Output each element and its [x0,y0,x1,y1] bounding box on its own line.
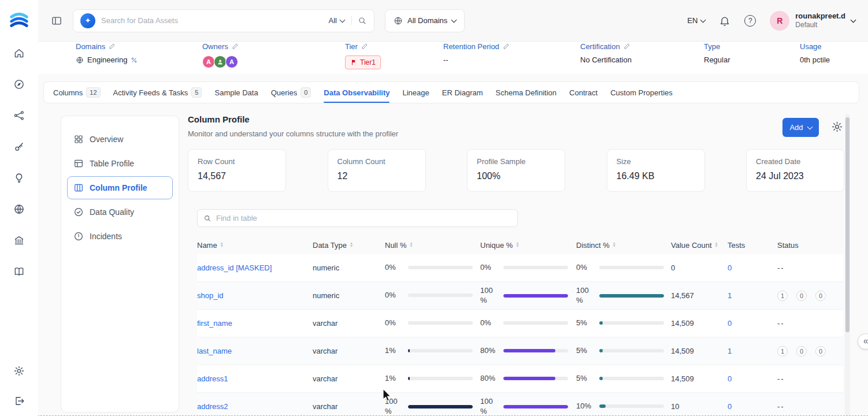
profile-nav-incidents[interactable]: Incidents [67,225,173,248]
value-count-cell: 14,567 [671,291,728,300]
tab-columns[interactable]: Columns12 [53,82,101,103]
logout-icon[interactable] [13,395,25,407]
tests-link[interactable]: 0 [728,374,732,383]
column-header-data-type[interactable]: Data Type▴▾ [313,241,385,250]
language-dropdown[interactable]: EN [687,16,705,25]
table-row[interactable]: first_namevarchar0%0%5%14,5090-- [197,310,843,337]
type-value: Regular [704,55,730,64]
sort-icon[interactable]: ▴▾ [350,242,353,248]
sort-icon[interactable]: ▴▾ [715,242,718,248]
tests-cell: 1 [728,291,777,300]
help-icon[interactable]: ? [744,15,756,27]
profile-nav-column-profile[interactable]: Column Profile [67,176,173,199]
metric-bar-fill [408,377,410,380]
column-header-distinct[interactable]: Distinct %▴▾ [576,241,671,250]
sort-icon[interactable]: ▴▾ [410,242,413,248]
edit-owners-icon[interactable] [232,43,239,50]
owner-avatar-photo[interactable] [214,55,227,68]
sort-icon[interactable]: ▴▾ [221,242,223,248]
metric-bar-fill [503,294,568,298]
services-icon[interactable] [13,141,25,153]
lineage-icon[interactable] [13,110,25,121]
distinct-percent-cell: 5% [576,318,671,328]
tests-link[interactable]: 1 [728,347,732,355]
domains-value[interactable]: Engineering [87,55,127,64]
sort-icon[interactable]: ▴▾ [613,242,615,248]
settings-icon[interactable] [13,365,25,377]
profile-nav-overview[interactable]: Overview [67,128,173,151]
tab-er-diagram[interactable]: ER Diagram [442,82,483,103]
status-empty: -- [777,374,785,383]
status-badge: 0 [815,291,826,301]
column-header-value-count[interactable]: Value Count▴▾ [671,241,728,250]
search-scope-dropdown[interactable]: All [329,16,352,25]
observability-icon[interactable] [13,172,25,184]
profiler-settings-icon[interactable] [831,121,843,133]
vertical-scrollbar-thumb[interactable] [845,117,850,332]
domains-icon[interactable] [13,203,25,215]
tab-sample-data[interactable]: Sample Data [214,82,258,103]
explore-icon[interactable] [13,79,25,90]
owner-avatar[interactable]: A [225,55,238,68]
column-header-unique[interactable]: Unique %▴▾ [480,241,576,250]
ai-assist-icon[interactable]: ✦ [80,13,95,28]
edit-tier-icon[interactable] [361,43,368,50]
metric-bar [408,405,473,408]
home-icon[interactable] [13,47,25,59]
column-header-null[interactable]: Null %▴▾ [385,241,480,250]
owner-avatar[interactable]: A [202,55,215,68]
tab-label: Data Observability [324,88,390,97]
column-name-link[interactable]: address2 [197,402,228,411]
global-search[interactable]: ✦ All [73,9,374,32]
search-input[interactable] [101,16,323,25]
tests-link[interactable]: 0 [728,319,732,328]
tier-badge[interactable]: Tier1 [345,55,381,69]
sort-icon[interactable]: ▴▾ [516,242,518,248]
tests-cell: 0 [728,402,777,411]
search-icon[interactable] [358,16,367,25]
sidebar-toggle-icon[interactable] [51,15,62,27]
glossary-icon[interactable] [13,266,25,277]
table-row[interactable]: address1varchar1%80%5%14,5090-- [197,365,843,393]
column-name-link[interactable]: last_name [197,347,232,355]
tab-schema-definition[interactable]: Schema Definition [496,82,557,103]
tier-value: Tier1 [360,58,376,66]
edit-retention-icon[interactable] [503,43,510,50]
table-row[interactable]: shop_idnumeric0%100 %100 %14,5671100 [197,282,843,310]
all-domains-dropdown[interactable]: All Domains [385,9,465,32]
tab-custom-properties[interactable]: Custom Properties [610,82,673,103]
profile-nav-data-quality[interactable]: Data Quality [67,200,173,224]
name-cell: shop_id [197,291,313,300]
data-type-cell: varchar [313,319,385,328]
find-in-table-input[interactable] [216,214,511,222]
tests-link[interactable]: 0 [728,402,732,411]
column-name-link[interactable]: address1 [197,374,228,383]
stat-value: 24 Jul 2023 [756,171,834,181]
table-row[interactable]: address2varchar100 %100 %10%100-- [197,393,843,416]
govern-icon[interactable] [13,235,25,246]
tab-lineage[interactable]: Lineage [402,82,429,103]
edit-certification-icon[interactable] [624,43,630,50]
find-in-table[interactable] [197,209,518,227]
user-avatar[interactable]: R [770,11,789,31]
table-row[interactable]: address_id [MASKED]numeric0%0%0%00-- [197,254,843,282]
edit-domains-icon[interactable] [109,43,116,50]
tests-link[interactable]: 0 [728,263,732,272]
add-button[interactable]: Add [782,118,819,137]
tab-queries[interactable]: Queries0 [271,82,311,103]
distinct-percent-cell: 0% [576,263,671,273]
user-menu[interactable]: R rounakpreet.d Default [770,11,855,31]
tab-data-observability[interactable]: Data Observability [324,82,390,103]
profile-nav-table-profile[interactable]: Table Profile [67,152,173,175]
notifications-bell-icon[interactable] [719,15,730,27]
collapse-panel-button[interactable] [858,333,868,350]
column-header-name[interactable]: Name▴▾ [197,241,313,250]
openmetadata-logo[interactable] [8,9,30,31]
tab-contract[interactable]: Contract [569,82,598,103]
column-name-link[interactable]: shop_id [197,291,224,300]
tests-link[interactable]: 1 [728,291,732,300]
column-name-link[interactable]: first_name [197,319,232,328]
tab-activity-feeds-tasks[interactable]: Activity Feeds & Tasks5 [113,82,202,103]
column-name-link[interactable]: address_id [MASKED] [197,263,272,272]
table-row[interactable]: last_namevarchar1%80%5%14,5091100 [197,337,843,365]
